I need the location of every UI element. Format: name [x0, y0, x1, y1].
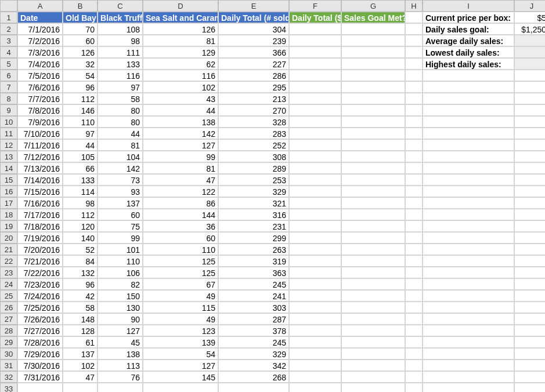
cell-H29[interactable] [405, 336, 423, 348]
row-header-14[interactable]: 14 [0, 162, 17, 174]
summary-value-5[interactable] [514, 58, 545, 70]
cell-F7[interactable] [289, 81, 341, 93]
cell-J11[interactable] [514, 128, 545, 139]
cell-H7[interactable] [405, 81, 423, 93]
cell-I8[interactable] [423, 93, 514, 104]
col-header-E[interactable]: E [218, 0, 289, 12]
cell-A12[interactable]: 7/11/2016 [17, 139, 63, 151]
header-G[interactable]: Sales Goal Met? [341, 12, 405, 23]
cell-H14[interactable] [405, 162, 423, 174]
cell-A3[interactable]: 7/2/2016 [17, 35, 63, 46]
cell-C24[interactable]: 82 [98, 278, 143, 290]
cell-F22[interactable] [289, 255, 341, 267]
cell-E16[interactable]: 329 [218, 186, 289, 197]
cell-I18[interactable] [423, 209, 514, 220]
cell-B23[interactable]: 132 [63, 267, 98, 278]
cell-F19[interactable] [289, 220, 341, 232]
cell-D4[interactable]: 129 [143, 46, 218, 58]
cell-B15[interactable]: 133 [63, 174, 98, 186]
row-header-33[interactable]: 33 [0, 383, 17, 392]
cell-D22[interactable]: 125 [143, 255, 218, 267]
cell-I15[interactable] [423, 174, 514, 186]
cell-G17[interactable] [341, 197, 405, 209]
cell-G29[interactable] [341, 336, 405, 348]
cell-J10[interactable] [514, 116, 545, 128]
cell-J23[interactable] [514, 267, 545, 278]
cell-B30[interactable]: 137 [63, 348, 98, 360]
cell-I20[interactable] [423, 232, 514, 244]
cell-D9[interactable]: 44 [143, 104, 218, 116]
cell-A33[interactable] [17, 383, 63, 392]
cell-F3[interactable] [289, 35, 341, 46]
cell-H1[interactable] [405, 12, 423, 23]
cell-E14[interactable]: 289 [218, 162, 289, 174]
cell-G8[interactable] [341, 93, 405, 104]
cell-J20[interactable] [514, 232, 545, 244]
cell-A2[interactable]: 7/1/2016 [17, 23, 63, 35]
cell-I31[interactable] [423, 360, 514, 371]
cell-G7[interactable] [341, 81, 405, 93]
cell-G3[interactable] [341, 35, 405, 46]
cell-H27[interactable] [405, 313, 423, 325]
cell-H2[interactable] [405, 23, 423, 35]
cell-G24[interactable] [341, 278, 405, 290]
cell-G30[interactable] [341, 348, 405, 360]
cell-D10[interactable]: 138 [143, 116, 218, 128]
cell-G2[interactable] [341, 23, 405, 35]
cell-B16[interactable]: 114 [63, 186, 98, 197]
header-D[interactable]: Sea Salt and Carame [143, 12, 218, 23]
row-header-26[interactable]: 26 [0, 302, 17, 313]
cell-A8[interactable]: 7/7/2016 [17, 93, 63, 104]
cell-G32[interactable] [341, 371, 405, 383]
cell-E19[interactable]: 231 [218, 220, 289, 232]
cell-F25[interactable] [289, 290, 341, 302]
cell-B20[interactable]: 140 [63, 232, 98, 244]
row-header-8[interactable]: 8 [0, 93, 17, 104]
cell-F33[interactable] [289, 383, 341, 392]
cell-C8[interactable]: 58 [98, 93, 143, 104]
cell-C11[interactable]: 44 [98, 128, 143, 139]
cell-A7[interactable]: 7/6/2016 [17, 81, 63, 93]
cell-E2[interactable]: 304 [218, 23, 289, 35]
cell-G11[interactable] [341, 128, 405, 139]
cell-B32[interactable]: 47 [63, 371, 98, 383]
row-header-17[interactable]: 17 [0, 197, 17, 209]
cell-A16[interactable]: 7/15/2016 [17, 186, 63, 197]
select-all-corner[interactable] [0, 0, 17, 12]
cell-F28[interactable] [289, 325, 341, 336]
cell-G22[interactable] [341, 255, 405, 267]
row-header-30[interactable]: 30 [0, 348, 17, 360]
cell-G6[interactable] [341, 70, 405, 81]
cell-F31[interactable] [289, 360, 341, 371]
cell-A10[interactable]: 7/9/2016 [17, 116, 63, 128]
cell-F4[interactable] [289, 46, 341, 58]
cell-G23[interactable] [341, 267, 405, 278]
cell-F17[interactable] [289, 197, 341, 209]
cell-G15[interactable] [341, 174, 405, 186]
cell-H18[interactable] [405, 209, 423, 220]
cell-B4[interactable]: 126 [63, 46, 98, 58]
cell-H15[interactable] [405, 174, 423, 186]
cell-B28[interactable]: 128 [63, 325, 98, 336]
col-header-H[interactable]: H [405, 0, 423, 12]
cell-E9[interactable]: 270 [218, 104, 289, 116]
col-header-I[interactable]: I [423, 0, 514, 12]
cell-J18[interactable] [514, 209, 545, 220]
row-header-31[interactable]: 31 [0, 360, 17, 371]
cell-J16[interactable] [514, 186, 545, 197]
cell-G21[interactable] [341, 244, 405, 255]
cell-E31[interactable]: 342 [218, 360, 289, 371]
row-header-20[interactable]: 20 [0, 232, 17, 244]
cell-I29[interactable] [423, 336, 514, 348]
row-header-19[interactable]: 19 [0, 220, 17, 232]
cell-E21[interactable]: 263 [218, 244, 289, 255]
cell-F8[interactable] [289, 93, 341, 104]
cell-I21[interactable] [423, 244, 514, 255]
cell-A20[interactable]: 7/19/2016 [17, 232, 63, 244]
cell-B3[interactable]: 60 [63, 35, 98, 46]
cell-J14[interactable] [514, 162, 545, 174]
cell-A24[interactable]: 7/23/2016 [17, 278, 63, 290]
cell-H21[interactable] [405, 244, 423, 255]
cell-F13[interactable] [289, 151, 341, 162]
cell-E23[interactable]: 363 [218, 267, 289, 278]
